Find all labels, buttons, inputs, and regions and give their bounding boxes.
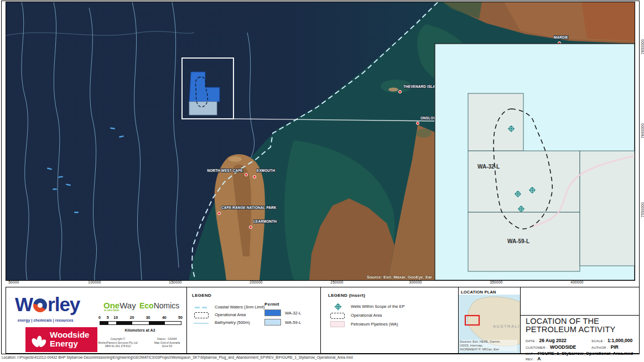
- permit-title: Permit: [264, 302, 279, 307]
- place-label: NORTH WEST CAPE: [207, 169, 243, 172]
- x-tick-label: 150000: [159, 280, 192, 284]
- scalebar-number: 0: [98, 316, 101, 319]
- well-symbol-icon: [330, 303, 347, 310]
- map-file-row: MAP : FIGURE_1_Stybarrow_Operational_Are…: [526, 347, 633, 357]
- permit-wa59l-shape: [189, 102, 217, 115]
- figure-title-line2: PETROLEUM ACTIVITY: [526, 325, 615, 334]
- scalebar-number: 10: [113, 316, 118, 319]
- legend-item-insert-operational-area: Operational Area: [323, 312, 460, 319]
- location-plan-sources: Sources: Esri, HERE, Garmin, USGS, Inter…: [460, 340, 517, 351]
- inset-label-wa32l: WA-32-L: [477, 164, 500, 170]
- scalebar-number: 20: [129, 316, 134, 319]
- place-dot: [416, 122, 419, 124]
- datum-note: Datum : GDA94Map Grid of AustraliaZone 5…: [146, 337, 189, 348]
- main-map: MARDIETHEVENARD ISLANDONSLOWNORTH WEST C…: [6, 2, 635, 281]
- x-tick-label: 50000: [0, 280, 30, 284]
- inset-map: WA-32-L WA-59-L: [435, 44, 635, 280]
- legend-panel: LEGEND Coastal Waters (3nm Limit) Operat…: [186, 287, 321, 354]
- x-tick-label: 200000: [240, 280, 273, 284]
- scalebar-caption: Kilometers at A3: [100, 328, 180, 332]
- wa59l-swatch: [264, 319, 281, 326]
- location-plan-title: LOCATION PLAN: [461, 290, 496, 295]
- country-label: AUSTRALIA: [493, 324, 521, 329]
- x-tick-label: 400000: [560, 280, 594, 284]
- place-dot: [249, 225, 252, 228]
- location-plan-panel: LOCATION PLAN AUSTRALIA Sources: Esri, H…: [458, 287, 521, 354]
- x-tick-label: 300000: [399, 280, 432, 284]
- woodside-flower-icon: [28, 329, 50, 351]
- x-tick-label: 100000: [78, 280, 111, 284]
- x-tick-label: 250000: [320, 280, 354, 284]
- place-dot: [245, 173, 247, 176]
- figure-title-line1: LOCATION OF THE: [526, 317, 599, 326]
- coastal-waters-swatch: [194, 304, 211, 311]
- place-label: ONSLOW: [420, 116, 437, 120]
- bathymetry-swatch: [194, 319, 211, 326]
- economics-logo: EcoNomics: [139, 301, 179, 310]
- worley-o-swirl-icon: [33, 298, 47, 312]
- inset-label-wa59l: WA-59-L: [507, 238, 529, 244]
- insert-operational-area-swatch: [330, 312, 347, 319]
- figure-page: { "title_block": { "title_line1": "LOCAT…: [0, 0, 644, 362]
- legend-item-pipelines: Petroleum Pipelines (WA): [323, 321, 460, 328]
- pipelines-swatch: [330, 321, 347, 328]
- place-dot: [253, 175, 256, 178]
- scalebar-number: 40: [162, 316, 167, 319]
- place-dot: [217, 212, 220, 214]
- place-label: MARDIE: [554, 35, 568, 39]
- legend-insert-panel: LEGEND (Insert) Wells Within Scope of th…: [320, 287, 459, 354]
- title-block-panel: LOCATION OF THE PETROLEUM ACTIVITY DATE …: [520, 287, 640, 354]
- logos-panel: Wrley energy | chemicals | resources Woo…: [6, 287, 187, 354]
- scalebar-number: 30: [146, 316, 150, 319]
- place-dot: [398, 90, 401, 93]
- legend-item-wells: Wells Within Scope of the EP: [323, 303, 460, 311]
- place-label: CAPE RANGE NATIONAL PARK: [221, 206, 277, 209]
- operational-area-swatch: [194, 312, 211, 318]
- scalebar: [100, 321, 181, 325]
- wa32l-swatch: [264, 309, 281, 316]
- x-tick-label: 350000: [480, 280, 513, 284]
- place-label: LEARMONTH: [253, 219, 277, 223]
- scalebar-number: 5: [107, 316, 109, 319]
- worley-tagline: energy | chemicals | resources: [18, 318, 74, 322]
- legend-insert-title: LEGEND (Insert): [328, 293, 365, 298]
- scalebar-numbers: 051020304050: [100, 316, 180, 320]
- rev-row: REV : A: [526, 353, 541, 362]
- scalebar-number: 50: [178, 316, 183, 319]
- copyright-note: Copyright ©WorleyParsons Services Pty Lt…: [87, 337, 149, 348]
- place-label: EXMOUTH: [257, 169, 275, 172]
- title-divider: [521, 315, 639, 316]
- legend-title: LEGEND: [192, 293, 211, 298]
- imagery-source-note: Source: Esri, Maxar, GeoEye, Ear: [367, 275, 432, 280]
- worley-logo: Wrley: [15, 295, 80, 314]
- oneway-tagline: to zero harm: [104, 309, 119, 312]
- file-location-path: Location: I:\Projects\411012-00432 BHP S…: [2, 355, 353, 359]
